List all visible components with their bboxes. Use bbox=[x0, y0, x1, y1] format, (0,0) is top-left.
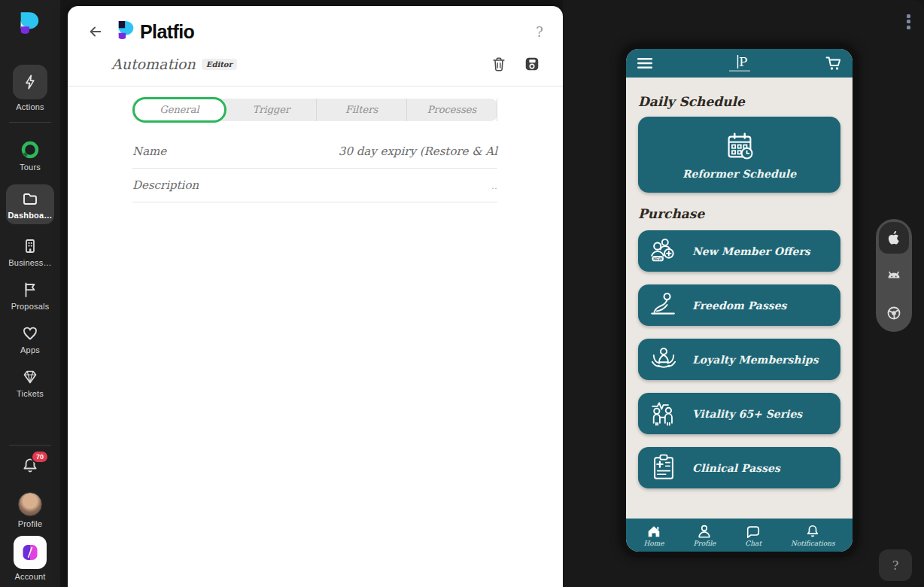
sidebar-item-label: Profile bbox=[18, 519, 43, 528]
clinical-passes-button[interactable]: Clinical Passes bbox=[638, 447, 840, 488]
account-button[interactable] bbox=[14, 536, 47, 569]
app-preview-panel: P Daily Schedule bbox=[563, 0, 924, 587]
field-label: Name bbox=[132, 144, 166, 158]
sidebar-item-actions[interactable]: Actions bbox=[13, 65, 47, 111]
building-icon bbox=[21, 237, 39, 255]
nav-label: Chat bbox=[745, 540, 761, 547]
calendar-clock-icon bbox=[722, 129, 757, 164]
platform-chrome-button[interactable] bbox=[879, 297, 909, 329]
seniors-icon bbox=[647, 397, 680, 430]
ring-icon bbox=[20, 140, 40, 160]
sidebar-divider bbox=[9, 122, 51, 123]
platform-apple-button[interactable] bbox=[879, 222, 909, 254]
platfio-logo-icon bbox=[17, 11, 43, 39]
freedom-passes-button[interactable]: Freedom Passes bbox=[638, 284, 840, 326]
sidebar-item-label: Account bbox=[14, 572, 45, 581]
nav-label: Notifications bbox=[791, 540, 835, 547]
help-icon[interactable]: ? bbox=[536, 24, 543, 40]
sidebar-item-apps[interactable]: Apps bbox=[20, 324, 40, 354]
sidebar-item-proposals[interactable]: Proposals bbox=[11, 281, 50, 311]
save-icon bbox=[524, 56, 540, 72]
tab-general[interactable]: General bbox=[132, 97, 226, 123]
sidebar-item-business[interactable]: Business… bbox=[8, 237, 51, 267]
nav-label: Profile bbox=[693, 540, 716, 547]
heart-icon bbox=[21, 324, 39, 342]
actions-button[interactable] bbox=[13, 65, 47, 99]
account-logo bbox=[20, 543, 40, 562]
brand-monogram: P bbox=[725, 53, 755, 73]
phone-bottom-nav: Home Profile Chat Notific bbox=[626, 519, 853, 552]
sidebar-item-profile[interactable]: Profile bbox=[18, 492, 43, 528]
chat-icon bbox=[745, 524, 761, 539]
new-member-offers-button[interactable]: NEW New Member Offers bbox=[638, 230, 840, 272]
cart-icon[interactable] bbox=[825, 55, 843, 71]
brand-wordmark: Platfio bbox=[140, 21, 194, 43]
notifications-button[interactable]: 70 bbox=[20, 456, 40, 479]
section-heading: Daily Schedule bbox=[638, 94, 840, 109]
loyalty-memberships-button[interactable]: Loyalty Memberships bbox=[638, 339, 840, 380]
card-label: Freedom Passes bbox=[692, 300, 786, 312]
new-member-icon: NEW bbox=[647, 235, 680, 268]
editor-badge: Editor bbox=[202, 59, 237, 70]
nav-item-notifications[interactable]: Notifications bbox=[791, 524, 835, 547]
section-heading: Purchase bbox=[638, 206, 840, 221]
nav-item-chat[interactable]: Chat bbox=[745, 524, 761, 547]
sidebar-divider bbox=[9, 445, 51, 446]
brand-logo: Platfio bbox=[116, 20, 194, 44]
card-label: Reformer Schedule bbox=[682, 168, 796, 180]
sidebar-item-label: Dashboa… bbox=[8, 211, 52, 220]
card-label: Vitality 65+ Series bbox=[692, 408, 802, 420]
sidebar-item-tickets[interactable]: Tickets bbox=[17, 368, 44, 398]
lightning-icon bbox=[22, 74, 38, 90]
folder-icon bbox=[21, 190, 39, 208]
phone-preview: P Daily Schedule bbox=[621, 44, 858, 557]
automation-editor-panel: Platfio ? Automation Editor bbox=[68, 6, 563, 587]
person-icon bbox=[696, 524, 713, 539]
phone-body: Daily Schedule Reformer Schedule Purchas… bbox=[626, 78, 853, 519]
vitality-65-series-button[interactable]: Vitality 65+ Series bbox=[638, 393, 840, 434]
sidebar-item-label: Tours bbox=[20, 163, 41, 172]
sidebar-item-label: Business… bbox=[8, 258, 51, 267]
nav-item-home[interactable]: Home bbox=[643, 524, 664, 547]
sidebar-item-dashboard[interactable]: Dashboa… bbox=[6, 184, 54, 224]
tab-filters[interactable]: Filters bbox=[317, 99, 407, 121]
page-title: Automation bbox=[111, 56, 196, 72]
lotus-icon bbox=[647, 343, 680, 376]
save-button[interactable] bbox=[524, 56, 540, 72]
android-icon bbox=[885, 266, 903, 284]
field-row-description[interactable]: Description .. bbox=[132, 169, 497, 202]
apple-icon bbox=[886, 230, 902, 246]
hamburger-icon[interactable] bbox=[636, 56, 654, 71]
arrow-left-icon bbox=[87, 23, 104, 40]
tab-trigger[interactable]: Trigger bbox=[226, 99, 317, 121]
nav-label: Home bbox=[643, 540, 664, 547]
platfio-logo-icon bbox=[116, 20, 137, 44]
editor-tabbar: General Trigger Filters Processes bbox=[132, 99, 497, 121]
sidebar-item-label: Apps bbox=[20, 345, 40, 354]
sidebar-item-account[interactable]: Account bbox=[14, 536, 47, 581]
home-icon bbox=[646, 524, 662, 539]
preview-help-button[interactable]: ? bbox=[879, 549, 912, 581]
reformer-schedule-button[interactable]: Reformer Schedule bbox=[638, 117, 840, 193]
flag-icon bbox=[21, 281, 39, 299]
avatar bbox=[18, 492, 42, 516]
editor-header: Platfio ? Automation Editor bbox=[68, 6, 563, 81]
kebab-menu-icon[interactable] bbox=[907, 12, 910, 31]
sidebar-item-label: Actions bbox=[16, 102, 44, 111]
back-button[interactable] bbox=[87, 23, 104, 40]
freedom-pass-icon bbox=[647, 289, 680, 322]
svg-text:NEW: NEW bbox=[653, 256, 662, 260]
sidebar-item-label: Tickets bbox=[17, 389, 44, 398]
field-value: .. bbox=[491, 180, 497, 191]
svg-text:P: P bbox=[739, 54, 747, 69]
app-sidebar: Actions Tours Dashboa… Business… Pr bbox=[0, 0, 60, 587]
clinical-icon bbox=[647, 452, 680, 485]
delete-button[interactable] bbox=[491, 56, 507, 72]
tab-processes[interactable]: Processes bbox=[407, 99, 497, 121]
gem-icon bbox=[21, 368, 39, 386]
sidebar-item-label: Proposals bbox=[11, 302, 50, 311]
sidebar-item-tours[interactable]: Tours bbox=[20, 140, 41, 172]
platform-android-button[interactable] bbox=[879, 260, 909, 291]
field-row-name[interactable]: Name 30 day expiry (Restore & Al bbox=[132, 135, 497, 169]
nav-item-profile[interactable]: Profile bbox=[693, 524, 716, 547]
